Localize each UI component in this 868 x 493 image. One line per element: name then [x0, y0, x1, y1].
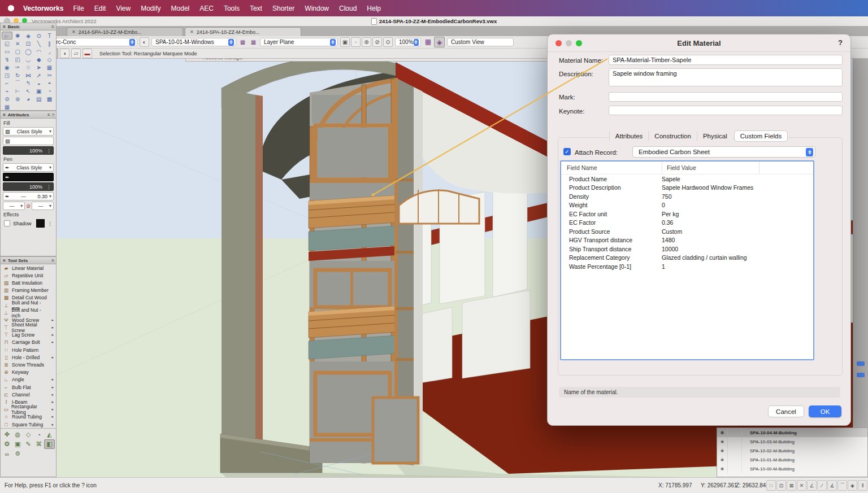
- tool-set-item[interactable]: ▯ Hole - Drilled ▸: [1, 354, 56, 361]
- basic-tool-icon[interactable]: ◒: [33, 79, 44, 87]
- tool-set-item[interactable]: ⊕ Keyway ▸: [1, 369, 56, 376]
- more-icon[interactable]: ⋮: [46, 148, 51, 154]
- dialog-zoom-button[interactable]: [576, 40, 582, 46]
- basic-tool-icon[interactable]: ◈: [23, 32, 34, 40]
- tool-set-category-icon[interactable]: ◔: [33, 430, 44, 439]
- basic-tool-icon[interactable]: ╲: [33, 40, 44, 47]
- layer-row[interactable]: ◉ SPA-10-03-M-Building: [717, 437, 867, 446]
- record-stepper-icon[interactable]: [806, 148, 813, 156]
- basic-tool-icon[interactable]: ▦: [2, 103, 12, 111]
- layer-stepper-icon[interactable]: [228, 39, 234, 46]
- snap-icon[interactable]: ∡: [827, 480, 837, 491]
- basic-tool-icon[interactable]: ◓: [44, 79, 55, 87]
- panel-icon[interactable]: [857, 361, 865, 366]
- dialog-help-icon[interactable]: ?: [838, 38, 843, 47]
- tool-set-category-icon[interactable]: ◧: [44, 439, 55, 449]
- snap-icon[interactable]: ◈: [848, 480, 857, 491]
- basic-tool-icon[interactable]: ∥: [44, 40, 55, 47]
- basic-tool-icon[interactable]: ✱: [12, 32, 23, 40]
- menu-icon[interactable]: ≡: [51, 258, 54, 263]
- table-row[interactable]: Product Source Custom: [561, 227, 813, 236]
- menu-icon[interactable]: ≡: [47, 112, 50, 117]
- basic-tool-icon[interactable]: ➚: [33, 71, 44, 79]
- tool-set-category-icon[interactable]: ✎: [23, 439, 34, 449]
- menu-icon[interactable]: ≡: [51, 24, 54, 29]
- ok-button[interactable]: OK: [809, 405, 841, 417]
- panel-icon[interactable]: [857, 373, 865, 377]
- pen-color-well[interactable]: ✒: [3, 173, 54, 181]
- snap-icon[interactable]: ⊡: [776, 480, 786, 491]
- more-icon[interactable]: ⋮: [47, 221, 53, 226]
- more-icon[interactable]: ⋮: [46, 184, 51, 190]
- basic-tool-icon[interactable]: ⊙: [33, 32, 44, 40]
- snap-icon[interactable]: ∕: [817, 480, 827, 491]
- basic-tool-icon[interactable]: ◔: [44, 87, 55, 95]
- pen-opacity-bar[interactable]: 100% ⋮: [3, 182, 54, 191]
- dialog-tab[interactable]: Physical: [697, 131, 733, 141]
- dialog-close-button[interactable]: [555, 40, 562, 46]
- basic-tool-icon[interactable]: ◡: [23, 55, 34, 63]
- menu-item[interactable]: Help: [362, 5, 386, 12]
- attach-record-checkbox[interactable]: ✓: [563, 148, 571, 155]
- basic-tool-icon[interactable]: ⊢: [12, 87, 23, 95]
- basic-tool-icon[interactable]: ⌁: [2, 87, 12, 95]
- basic-tool-icon[interactable]: ⌒: [12, 79, 23, 87]
- tool-set-item[interactable]: ▱ Repetitive Unit ▸: [1, 272, 56, 279]
- table-row[interactable]: Product Name Sapele: [561, 174, 813, 184]
- basic-tool-icon[interactable]: ▭: [2, 47, 12, 55]
- tab-close-icon[interactable]: ✕: [72, 29, 76, 34]
- tool-set-item[interactable]: ▭ Rectangular Tubing ▸: [1, 406, 56, 413]
- visibility-eye-icon[interactable]: ◉: [717, 448, 727, 453]
- basic-tool-icon[interactable]: ↰: [23, 79, 34, 87]
- record-fields-table[interactable]: Field Name Field Value Product Name Sape…: [560, 160, 814, 360]
- mode-icon[interactable]: ▬: [83, 49, 92, 58]
- tool-set-item[interactable]: ▥ Framing Member ▸: [1, 287, 56, 294]
- layer-row[interactable]: ◉ SPA-10-04-M-Building: [717, 428, 867, 437]
- saved-view-dropdown[interactable]: Custom View: [447, 38, 514, 46]
- visibility-eye-icon[interactable]: ◉: [717, 430, 727, 435]
- menu-item[interactable]: AEC: [194, 5, 219, 12]
- dialog-tab[interactable]: Custom Fields: [734, 130, 788, 142]
- menu-item[interactable]: Text: [245, 5, 267, 12]
- tool-set-item[interactable]: ⊏ Channel ▸: [1, 391, 56, 398]
- tool-set-category-icon[interactable]: ▣: [12, 439, 23, 449]
- plane-stepper-icon[interactable]: [330, 39, 336, 46]
- view-mode-icon[interactable]: ▦: [423, 37, 433, 46]
- tool-set-category-icon[interactable]: ✤: [2, 430, 12, 439]
- visibility-eye-icon[interactable]: ◉: [717, 466, 727, 471]
- layer-toggle-icon[interactable]: ◐: [140, 37, 149, 47]
- basic-tool-icon[interactable]: ◞: [44, 47, 55, 55]
- basic-tool-icon[interactable]: ◠: [33, 47, 44, 55]
- table-row[interactable]: Weight 0: [561, 201, 813, 210]
- basic-tool-icon[interactable]: ✑: [12, 63, 23, 71]
- basic-tool-icon[interactable]: ↻: [12, 71, 23, 79]
- dialog-minimize-button[interactable]: [566, 40, 572, 46]
- basic-tool-icon[interactable]: ↯: [2, 55, 12, 63]
- table-row[interactable]: EC Factor unit Per kg: [561, 210, 813, 219]
- basic-tool-icon[interactable]: ◯: [23, 47, 34, 55]
- line-weight-dropdown[interactable]: ✒ — 0.30 ▾: [3, 192, 54, 200]
- tool-set-category-icon[interactable]: ◍: [12, 430, 23, 439]
- basic-tool-icon[interactable]: ▣: [33, 87, 44, 95]
- basic-tool-icon[interactable]: ▢: [12, 47, 23, 55]
- menu-item[interactable]: Modify: [136, 5, 166, 12]
- basic-tool-icon[interactable]: ▻: [2, 32, 12, 40]
- table-row[interactable]: EC Factor 0.36: [561, 219, 813, 228]
- tool-set-item[interactable]: ⊤ Sheet Metal Screw ▸: [1, 324, 56, 331]
- fill-opacity-bar[interactable]: 100% ⋮: [3, 146, 54, 155]
- basic-tool-icon[interactable]: ➤: [33, 63, 44, 71]
- tool-set-item[interactable]: ⌐ Bulb Flat ▸: [1, 383, 56, 391]
- basic-tool-icon[interactable]: ✂: [44, 71, 55, 79]
- snap-icon[interactable]: ⌒: [837, 480, 847, 491]
- tool-set-item[interactable]: ▨ Batt Insulation ▸: [1, 279, 56, 286]
- basic-tool-icon[interactable]: ⊡: [23, 40, 34, 47]
- dialog-tab[interactable]: Attributes: [609, 131, 649, 141]
- tool-set-category-icon[interactable]: ◭: [44, 430, 55, 439]
- shadow-checkbox[interactable]: [4, 220, 10, 226]
- class-view-icon[interactable]: ▦: [249, 38, 258, 46]
- menu-item[interactable]: View: [111, 5, 136, 12]
- basic-tool-icon[interactable]: ◳: [2, 71, 12, 79]
- material-name-input[interactable]: SPA-Material-Timber-Sapele: [609, 55, 843, 65]
- mode-icon[interactable]: ▱: [71, 49, 81, 58]
- menu-item[interactable]: Model: [166, 5, 195, 12]
